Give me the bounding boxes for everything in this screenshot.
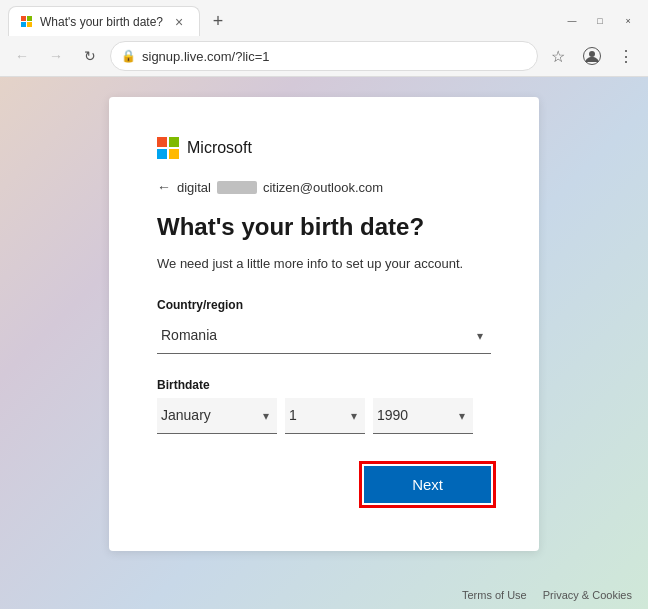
url-text: signup.live.com/?lic=1 [142,49,527,64]
profile-button[interactable] [578,42,606,70]
bookmark-button[interactable]: ☆ [544,42,572,70]
month-select-wrapper: January February March April May June Ju… [157,398,277,434]
back-arrow-icon: ← [157,179,171,195]
next-button-row: Next [157,466,491,503]
page-heading: What's your birth date? [157,211,491,242]
page-content: Microsoft ← digital citizen@outlook.com … [0,77,648,571]
email-blur [217,181,257,194]
title-bar: What's your birth date? × + — □ × [0,0,648,36]
ms-sq-blue [157,149,167,159]
email-suffix: citizen@outlook.com [263,180,383,195]
browser-menu-button[interactable]: ⋮ [612,42,640,70]
email-prefix: digital [177,180,211,195]
ms-sq-green [169,137,179,147]
tab-favicon [21,16,32,27]
year-select-wrapper: 1990 1991 1989 1980 2000 ▾ [373,398,473,434]
birthdate-row: January February March April May June Ju… [157,398,491,434]
month-select[interactable]: January February March April May June Ju… [157,398,277,434]
svg-point-1 [589,51,595,57]
birthdate-label: Birthdate [157,378,491,392]
signup-card: Microsoft ← digital citizen@outlook.com … [109,97,539,551]
refresh-button[interactable]: ↻ [76,42,104,70]
maximize-button[interactable]: □ [588,15,612,27]
day-select-wrapper: 12345 678910 1112131415 1617181920 21222… [285,398,365,434]
nav-bar: ← → ↻ 🔒 signup.live.com/?lic=1 ☆ ⋮ [0,36,648,76]
lock-icon: 🔒 [121,49,136,63]
new-tab-button[interactable]: + [204,7,232,35]
page-subtext: We need just a little more info to set u… [157,254,491,274]
country-select[interactable]: Romania [157,318,491,354]
country-select-wrapper: Romania ▾ [157,318,491,354]
browser-chrome: What's your birth date? × + — □ × ← → ↻ … [0,0,648,77]
window-close-button[interactable]: × [616,15,640,27]
minimize-button[interactable]: — [560,15,584,27]
country-label: Country/region [157,298,491,312]
window-controls: — □ × [560,15,640,27]
forward-button[interactable]: → [42,42,70,70]
page-footer: Terms of Use Privacy & Cookies [462,589,632,601]
microsoft-brand-text: Microsoft [187,139,252,157]
ms-sq-red [157,137,167,147]
privacy-cookies-link[interactable]: Privacy & Cookies [543,589,632,601]
next-button[interactable]: Next [364,466,491,503]
ms-sq-yellow [169,149,179,159]
ms-logo-grid [157,137,179,159]
microsoft-logo: Microsoft [157,137,491,159]
tab-title: What's your birth date? [40,15,163,29]
terms-of-use-link[interactable]: Terms of Use [462,589,527,601]
day-select[interactable]: 12345 678910 1112131415 1617181920 21222… [285,398,365,434]
back-link[interactable]: ← digital citizen@outlook.com [157,179,491,195]
year-select[interactable]: 1990 1991 1989 1980 2000 [373,398,473,434]
back-button[interactable]: ← [8,42,36,70]
address-bar[interactable]: 🔒 signup.live.com/?lic=1 [110,41,538,71]
browser-tab[interactable]: What's your birth date? × [8,6,200,36]
tab-close-button[interactable]: × [171,14,187,30]
